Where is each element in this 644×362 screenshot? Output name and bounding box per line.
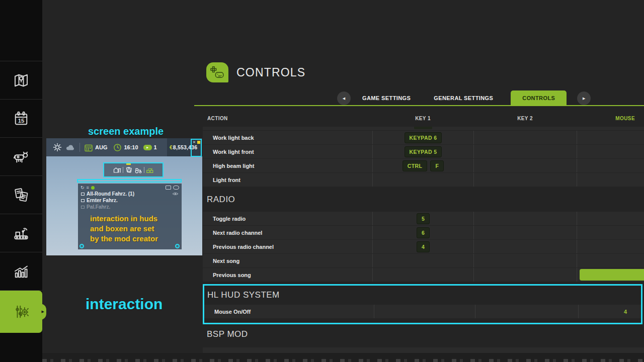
mouse-cell[interactable] [577, 131, 644, 144]
key-badge[interactable]: 6 [417, 227, 430, 238]
chevron-left-icon[interactable]: ◀ [337, 92, 351, 105]
sidebar-item-settings[interactable]: ▶ [0, 291, 42, 333]
mouse-cell[interactable] [577, 268, 644, 282]
annotation-interaction: interaction [86, 296, 163, 313]
key2-cell[interactable] [473, 212, 577, 225]
key2-cell[interactable] [475, 305, 578, 318]
folder-icon [81, 193, 85, 196]
tab-game-settings[interactable]: GAME SETTINGS [351, 90, 422, 106]
sun-icon [51, 141, 63, 153]
action-label: Previous song [203, 268, 372, 282]
key1-cell[interactable]: 4 [372, 240, 473, 253]
refresh-icon: ↻ [80, 186, 85, 190]
close-icon: ✕ [193, 140, 196, 144]
mouse-cell[interactable] [577, 173, 644, 187]
key1-cell[interactable] [372, 254, 473, 267]
tab-general-settings[interactable]: GENERAL SETTINGS [422, 90, 505, 106]
key-badge[interactable]: CTRL [403, 160, 428, 171]
sidebar-item-map[interactable] [0, 61, 42, 100]
control-row[interactable]: Work light frontKEYPAD 5 [203, 145, 644, 158]
inset-time: 16:10 [124, 144, 138, 150]
control-row[interactable]: Previous song [203, 268, 644, 282]
mouse-binding-bar[interactable] [580, 269, 644, 281]
annotation-note-line: interaction in huds [90, 214, 182, 224]
partial-row-top [203, 127, 644, 130]
table-header: ACTION KEY 1 KEY 2 MOUSE [203, 116, 644, 125]
mouse-cell[interactable] [577, 226, 644, 239]
gamepad-mini-icon [173, 186, 179, 190]
finances-icon [125, 166, 133, 174]
key2-cell[interactable] [473, 240, 577, 253]
key-badge[interactable]: 4 [417, 241, 430, 252]
mouse-cell[interactable] [577, 159, 644, 172]
control-row[interactable]: Previous radio channel4 [203, 240, 644, 253]
key2-cell[interactable] [473, 268, 577, 282]
sidebar-item-statistics[interactable] [0, 252, 42, 291]
weather-icons [51, 141, 75, 153]
mouse-cell[interactable] [577, 145, 644, 158]
hud-vehicle-list: All-Round Fahrz. (1)Ernter Fahrz.Pal.Fah… [78, 191, 182, 210]
inset-sky: ↻ ≡ All-Round Fahrz. (1)Ernter Fahrz.Pal… [46, 156, 202, 255]
annotation-screen-example: screen example [88, 126, 164, 137]
control-row[interactable]: Mouse On/Off4 [204, 305, 641, 318]
key1-cell[interactable]: 6 [372, 226, 473, 239]
key1-cell[interactable] [372, 268, 473, 282]
highlight-box-hl-hud-system: HL HUD SYSTEMMouse On/Off4 [203, 284, 642, 324]
resize-handle-right [175, 244, 180, 248]
mouse-cell[interactable] [577, 212, 644, 225]
sidebar-item-calendar[interactable]: 15 [0, 100, 42, 138]
farm-icon [113, 166, 121, 174]
tab-controls[interactable]: CONTROLS [511, 90, 567, 106]
mouse-cell[interactable] [577, 240, 644, 253]
key1-cell[interactable] [372, 173, 473, 187]
inset-topbar: AUG 16:10 ▶ 1 € 8,553,436 ✕ [46, 138, 202, 156]
resize-handle-left [79, 244, 84, 248]
annotation-note-line: and boxen are set [90, 224, 182, 234]
sidebar-item-animals[interactable] [0, 138, 42, 176]
production-chain-icon [146, 166, 154, 174]
clock-icon [113, 143, 122, 152]
control-row[interactable]: Next radio channel6 [203, 226, 644, 239]
key1-cell[interactable]: KEYPAD 6 [372, 131, 473, 144]
cloud-icon [65, 143, 75, 151]
keyboard-icon [166, 186, 171, 190]
section-header-bsp-mod: BSP MOD [203, 325, 644, 343]
page-header: CONTROLS [206, 62, 305, 82]
sidebar-item-production[interactable] [0, 214, 42, 252]
control-row[interactable]: Work light backKEYPAD 6 [203, 131, 644, 144]
time-scale-play-icon: ▶ [143, 145, 152, 150]
action-label: Previous radio channel [203, 240, 372, 253]
control-row[interactable]: Toggle radio5 [203, 212, 644, 225]
key-badge[interactable]: 5 [417, 213, 430, 224]
key1-cell[interactable]: CTRLF [372, 159, 473, 172]
mouse-cell[interactable]: 4 [578, 305, 641, 318]
key1-cell[interactable]: KEYPAD 5 [372, 145, 473, 158]
annotation-note: interaction in hudsand boxen are setby t… [78, 214, 182, 244]
column-header-mouse: MOUSE [577, 116, 644, 125]
key1-cell[interactable] [374, 305, 475, 318]
mouse-cell[interactable] [577, 254, 644, 267]
column-header-key1: KEY 1 [372, 116, 473, 125]
chevron-right-icon[interactable]: ▶ [577, 92, 591, 105]
key2-cell[interactable] [473, 173, 577, 187]
key2-cell[interactable] [473, 159, 577, 172]
control-row[interactable]: Next song [203, 254, 644, 267]
controls-table: Work light backKEYPAD 6Work light frontK… [203, 127, 644, 353]
key-badge[interactable]: F [430, 160, 444, 171]
sidebar-item-contracts[interactable] [0, 176, 42, 214]
key2-cell[interactable] [473, 226, 577, 239]
key-badge[interactable]: KEYPAD 5 [405, 146, 442, 157]
tab-bar: ◀ GAME SETTINGSGENERAL SETTINGSCONTROLS▶ [337, 90, 591, 106]
control-row[interactable]: High beam lightCTRLF [203, 159, 644, 172]
key1-cell[interactable]: 5 [372, 212, 473, 225]
section-header-radio: RADIO [203, 187, 644, 212]
key2-cell[interactable] [473, 145, 577, 158]
key-badge[interactable]: KEYPAD 6 [405, 132, 442, 143]
annotation-underline [77, 179, 182, 183]
key2-cell[interactable] [473, 131, 577, 144]
tractor-icon [134, 166, 142, 174]
action-label: Next song [203, 254, 372, 267]
key2-cell[interactable] [473, 254, 577, 267]
control-row[interactable]: Light front [203, 173, 644, 187]
sidebar-spacer [0, 0, 42, 61]
